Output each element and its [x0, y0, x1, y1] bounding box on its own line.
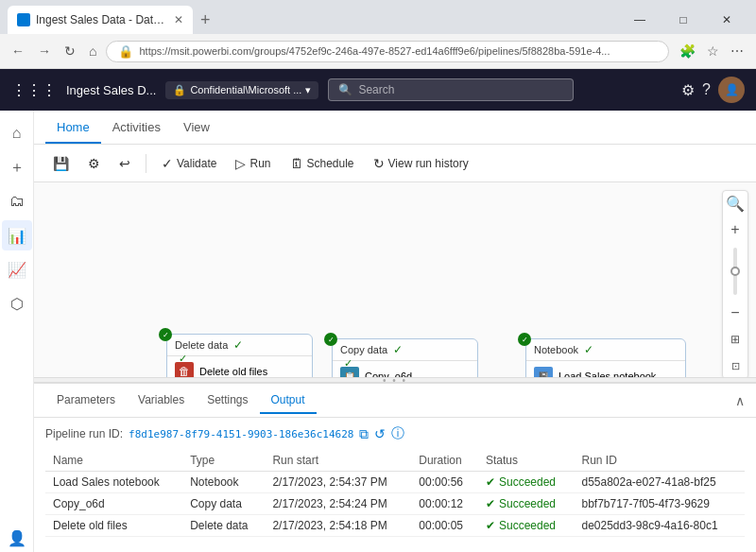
col-duration: Duration: [411, 450, 478, 472]
zoom-search-button[interactable]: 🔍: [723, 191, 747, 216]
search-box[interactable]: 🔍: [328, 78, 574, 101]
sidebar-home-icon[interactable]: ⌂: [2, 118, 32, 148]
search-input[interactable]: [358, 83, 563, 96]
save-icon: 💾: [53, 156, 69, 171]
back-button[interactable]: ←: [8, 42, 28, 60]
save-button[interactable]: 💾: [45, 152, 77, 175]
forward-button[interactable]: →: [34, 42, 55, 60]
url-bar[interactable]: 🔒 https://msit.powerbi.com/groups/4752ef…: [106, 41, 669, 62]
cell-type: Notebook: [182, 472, 265, 493]
tab-view[interactable]: View: [172, 112, 221, 144]
close-button[interactable]: ✕: [705, 6, 748, 34]
browser-menu-button[interactable]: ⋯: [726, 41, 748, 61]
run-label: Run: [249, 157, 270, 170]
home-button[interactable]: ⌂: [85, 42, 100, 60]
undo-icon: ↩: [119, 156, 130, 171]
browser-actions: 🧩 ☆ ⋯: [675, 41, 748, 61]
notebook-label: Notebook: [534, 344, 578, 355]
bottom-panel: Parameters Variables Settings Output ∧ P…: [34, 383, 756, 552]
run-icon: ▷: [235, 156, 246, 171]
cell-status: ✔Succeeded: [478, 515, 575, 537]
copy-data-check: ✓: [393, 343, 403, 356]
run-button[interactable]: ▷ Run: [228, 152, 278, 175]
canvas-area: Delete data ✓ 🗑 Delete old files ✓ ✓ +: [34, 182, 756, 377]
tab-bar: Ingest Sales Data - Data enginee... ✕ + …: [0, 0, 756, 34]
settings-button[interactable]: ⚙: [80, 152, 108, 175]
notebook-node-icon: 📓: [534, 367, 553, 377]
avatar[interactable]: 👤: [718, 77, 745, 103]
copy-data-badge: ✓: [324, 333, 337, 346]
copy-data-title: Copy data ✓: [333, 339, 477, 361]
zoom-out-button[interactable]: −: [723, 301, 747, 325]
maximize-button[interactable]: □: [662, 6, 705, 34]
sidebar-hub-icon[interactable]: ⬡: [2, 288, 32, 319]
status-check-icon: ✔: [486, 497, 495, 510]
tab-home[interactable]: Home: [45, 112, 101, 144]
sidebar-create-icon[interactable]: ＋: [2, 152, 32, 182]
tab-variables[interactable]: Variables: [127, 388, 196, 414]
tab-close-button[interactable]: ✕: [174, 13, 183, 26]
gear-icon: ⚙: [88, 156, 100, 171]
cell-duration: 00:00:12: [411, 493, 478, 515]
info-run-icon[interactable]: ⓘ: [391, 425, 404, 442]
schedule-button[interactable]: 🗓 Schedule: [283, 152, 362, 175]
copy-data-out-check: ✓: [344, 357, 352, 370]
waffle-icon[interactable]: ⋮⋮⋮: [11, 81, 57, 99]
zoom-slider[interactable]: [733, 248, 737, 295]
zoom-slider-thumb[interactable]: [730, 267, 740, 276]
zoom-fit2-button[interactable]: ⊡: [723, 354, 747, 377]
zoom-controls: 🔍 + − ⊞ ⊡: [722, 190, 748, 377]
copy-data-label: Copy data: [340, 344, 387, 355]
minimize-button[interactable]: —: [618, 6, 662, 34]
view-run-history-button[interactable]: ↻ View run history: [366, 152, 476, 175]
favorites-button[interactable]: ☆: [702, 41, 724, 61]
cell-name: Load Sales notebook: [45, 472, 182, 493]
cell-run-start: 2/17/2023, 2:54:37 PM: [265, 472, 411, 493]
help-icon[interactable]: ?: [702, 81, 711, 98]
copy-data-body: 📋 Copy_o6d: [333, 361, 477, 377]
tab-settings-bottom[interactable]: Settings: [196, 388, 259, 414]
cell-type: Copy data: [182, 493, 265, 515]
col-run-start: Run start: [265, 450, 411, 472]
cell-duration: 00:00:05: [411, 515, 478, 537]
browser-chrome: Ingest Sales Data - Data enginee... ✕ + …: [0, 0, 756, 69]
sidebar-bottom-icon[interactable]: 👤: [2, 523, 32, 552]
validate-button[interactable]: ✓ Validate: [154, 152, 224, 175]
extensions-button[interactable]: 🧩: [675, 41, 700, 61]
new-tab-button[interactable]: +: [195, 10, 216, 30]
notebook-title: Notebook ✓: [526, 339, 685, 361]
confidential-icon: 🔒: [173, 84, 186, 96]
delete-data-sublabel: Delete old files: [199, 366, 267, 377]
browser-tab[interactable]: Ingest Sales Data - Data enginee... ✕: [8, 6, 193, 34]
zoom-in-button[interactable]: +: [723, 217, 747, 242]
tab-activities[interactable]: Activities: [101, 112, 172, 144]
validate-label: Validate: [177, 157, 216, 170]
sidebar-browse-icon[interactable]: 🗂: [2, 186, 32, 216]
sidebar-monitor-icon[interactable]: 📈: [2, 254, 32, 285]
refresh-run-icon[interactable]: ↺: [374, 426, 386, 441]
tab-output[interactable]: Output: [260, 388, 317, 414]
org-badge[interactable]: 🔒 Confidential\Microsoft ... ▾: [165, 81, 318, 99]
col-type: Type: [182, 450, 265, 472]
sidebar-data-icon[interactable]: 📊: [2, 220, 32, 250]
search-icon: 🔍: [338, 83, 352, 96]
undo-button[interactable]: ↩: [112, 152, 138, 175]
tab-parameters[interactable]: Parameters: [45, 388, 127, 414]
output-table-body: Load Sales notebook Notebook 2/17/2023, …: [45, 472, 745, 537]
bottom-panel-close-button[interactable]: ∧: [735, 393, 745, 408]
settings-icon[interactable]: ⚙: [681, 81, 695, 99]
cell-run-id: bbf7b717-7f05-4f73-9629: [574, 493, 745, 515]
pipeline-run-id: f8d1e987-8f79-4151-9903-186e36c14628: [129, 428, 353, 440]
delete-data-badge: ✓: [159, 328, 172, 341]
col-name: Name: [45, 450, 182, 472]
app-name: Ingest Sales D...: [66, 83, 156, 97]
output-table: Name Type Run start Duration Status Run …: [45, 450, 745, 537]
zoom-fit-button[interactable]: ⊞: [723, 327, 747, 352]
main-layout: ⌂ ＋ 🗂 📊 📈 ⬡ 👤 Home Activities View 💾 ⚙ ↩: [0, 111, 756, 552]
delete-data-title: Delete data ✓: [167, 335, 312, 356]
copy-run-id-icon[interactable]: ⧉: [359, 426, 369, 442]
delete-data-label: Delete data: [175, 339, 228, 351]
nav-tabs: Home Activities View: [34, 111, 756, 145]
reload-button[interactable]: ↻: [60, 42, 79, 60]
cell-run-id: de025dd3-98c9-4a16-80c1: [574, 515, 745, 537]
